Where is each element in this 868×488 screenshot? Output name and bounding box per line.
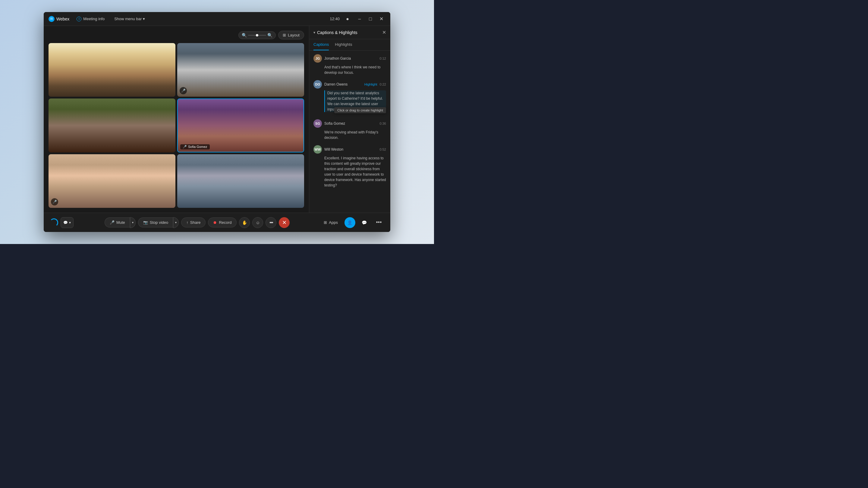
highlight-badge-2: Highlight: [364, 83, 377, 86]
toolbar-center: 🎤 Mute ▾ 📷 Stop video ▾ ↑ Share: [104, 217, 290, 228]
window-controls: – □ ✕: [355, 15, 385, 23]
bottom-toolbar: 💬 ▾ 🎤 Mute ▾ 📷 Stop video: [44, 213, 390, 232]
apps-button[interactable]: ⊞ Apps: [321, 218, 341, 227]
panel-close-button[interactable]: ✕: [382, 30, 386, 35]
chevron-down-icon: ▾: [313, 30, 315, 35]
title-bar: W Webex i Meeting info Show menu bar ▾ 1…: [44, 12, 390, 26]
toolbar-left: 💬 ▾: [50, 217, 73, 228]
desktop: W Webex i Meeting info Show menu bar ▾ 1…: [0, 0, 434, 244]
caption-name-3: Sofia Gomez: [324, 121, 377, 126]
caption-text-4: Excellent. I imagine having access to th…: [313, 156, 386, 188]
tab-highlights[interactable]: Highlights: [335, 39, 352, 50]
avatar-1: JG: [313, 54, 322, 63]
more-options-button[interactable]: •••: [266, 217, 276, 228]
end-call-button[interactable]: ✕: [279, 217, 290, 228]
participant-label-4: 🎤 Sofia Gomez: [180, 144, 210, 150]
caption-text-1: And that's where I think we need to deve…: [313, 64, 386, 75]
maximize-button[interactable]: □: [366, 15, 375, 23]
meeting-info-label: Meeting info: [83, 17, 104, 21]
video-area: 🔍 🔍 ⊞ Layout: [44, 26, 309, 213]
caption-header-4: WW Will Weston 0:52: [313, 145, 386, 154]
panel-title: ▾ Captions & Highlights: [313, 30, 358, 35]
participant-name-4: Sofia Gomez: [188, 145, 207, 149]
meeting-info-icon: i: [76, 17, 82, 22]
avatar-2: DO: [313, 80, 322, 89]
captions-content: JG Jonathon Garcia 0:12 And that's where…: [309, 51, 390, 213]
avatar-3: SG: [313, 119, 322, 128]
stop-video-button[interactable]: 📷 Stop video: [138, 218, 173, 227]
zoom-slider-thumb: [256, 34, 258, 36]
caption-name-4: Will Weston: [324, 147, 377, 152]
video-feed-5: [49, 154, 176, 208]
panel-header: ▾ Captions & Highlights ✕: [309, 26, 390, 39]
zoom-in-icon[interactable]: 🔍: [267, 33, 273, 38]
video-feed-4: [178, 99, 304, 152]
caption-entry-4: WW Will Weston 0:52 Excellent. I imagine…: [313, 145, 386, 188]
video-grid: 🎤 🎤 Sofia: [49, 43, 304, 208]
panel-tabs: Captions Highlights: [309, 39, 390, 51]
info-button[interactable]: ●: [343, 15, 352, 23]
messages-button[interactable]: 💬: [359, 217, 370, 228]
chevron-down-icon: ▾: [143, 17, 145, 21]
share-label: Share: [190, 220, 201, 225]
caption-entry-2: DO Darren Owens Highlight 0:22 Did you s…: [313, 80, 386, 112]
webex-logo-label: Webex: [56, 17, 69, 22]
app-window: W Webex i Meeting info Show menu bar ▾ 1…: [44, 12, 390, 232]
record-icon: ⏺: [213, 220, 217, 225]
meeting-info-button[interactable]: i Meeting info: [74, 15, 107, 23]
tab-captions[interactable]: Captions: [313, 39, 329, 50]
layout-label: Layout: [288, 33, 300, 37]
participants-icon: 👤: [347, 220, 352, 225]
caption-time-4: 0:52: [380, 148, 386, 151]
participants-button[interactable]: 👤: [344, 217, 355, 228]
time-display: 12:40: [330, 17, 340, 21]
share-icon: ↑: [186, 220, 188, 225]
captions-icon: 💬: [63, 221, 68, 225]
share-button[interactable]: ↑ Share: [181, 218, 206, 227]
webex-logo-icon: W: [49, 16, 55, 22]
zoom-control[interactable]: 🔍 🔍: [239, 31, 276, 39]
close-button[interactable]: ✕: [377, 15, 385, 23]
show-menu-bar-button[interactable]: Show menu bar ▾: [112, 15, 147, 22]
captions-toggle-button[interactable]: 💬 ▾: [61, 217, 73, 228]
caption-entry-1: JG Jonathon Garcia 0:12 And that's where…: [313, 54, 386, 75]
video-cell-5: 🎤: [49, 154, 176, 208]
caption-time-2: 0:22: [380, 83, 386, 86]
right-panel: ▾ Captions & Highlights ✕ Captions Highl…: [309, 26, 390, 213]
avatar-4: WW: [313, 145, 322, 154]
top-toolbar: 🔍 🔍 ⊞ Layout: [49, 31, 304, 39]
show-menu-bar-label: Show menu bar: [114, 17, 142, 21]
apps-label: Apps: [329, 220, 338, 225]
stop-video-label: Stop video: [150, 220, 168, 225]
video-cell-6: [177, 154, 304, 208]
raise-hand-button[interactable]: ✋: [239, 217, 250, 228]
caption-text-3: We're moving ahead with Friday's decisio…: [313, 130, 386, 140]
minimize-button[interactable]: –: [355, 15, 364, 23]
apps-icon: ⊞: [324, 220, 327, 225]
mute-indicator-5: 🎤: [51, 198, 58, 205]
video-icon: 📷: [143, 220, 148, 225]
record-button[interactable]: ⏺ Record: [208, 218, 237, 227]
react-button[interactable]: ☺: [252, 217, 263, 228]
caption-entry-3: SG Sofia Gomez 0:36 We're moving ahead w…: [313, 119, 386, 140]
zoom-out-icon[interactable]: 🔍: [242, 33, 247, 38]
video-cell-1: [49, 43, 176, 97]
zoom-slider[interactable]: [248, 35, 266, 36]
video-feed-3: [49, 98, 176, 152]
mute-label: Mute: [116, 220, 125, 225]
mute-button-group: 🎤 Mute ▾: [104, 217, 135, 228]
main-content: 🔍 🔍 ⊞ Layout: [44, 26, 390, 213]
video-feed-1: [49, 43, 176, 97]
toolbar-right: ⊞ Apps 👤 💬 •••: [321, 217, 384, 228]
caption-header-1: JG Jonathon Garcia 0:12: [313, 54, 386, 63]
layout-button[interactable]: ⊞ Layout: [278, 31, 304, 39]
mute-button[interactable]: 🎤 Mute: [104, 218, 130, 227]
caption-header-3: SG Sofia Gomez 0:36: [313, 119, 386, 128]
video-feed-6: [177, 154, 304, 208]
title-bar-right: 12:40 ● – □ ✕: [330, 15, 385, 23]
caption-name-2: Darren Owens: [324, 82, 362, 87]
mute-chevron-button[interactable]: ▾: [130, 217, 135, 228]
caption-time-1: 0:12: [380, 57, 386, 60]
more-button[interactable]: •••: [373, 217, 384, 228]
video-chevron-button[interactable]: ▾: [173, 217, 179, 228]
